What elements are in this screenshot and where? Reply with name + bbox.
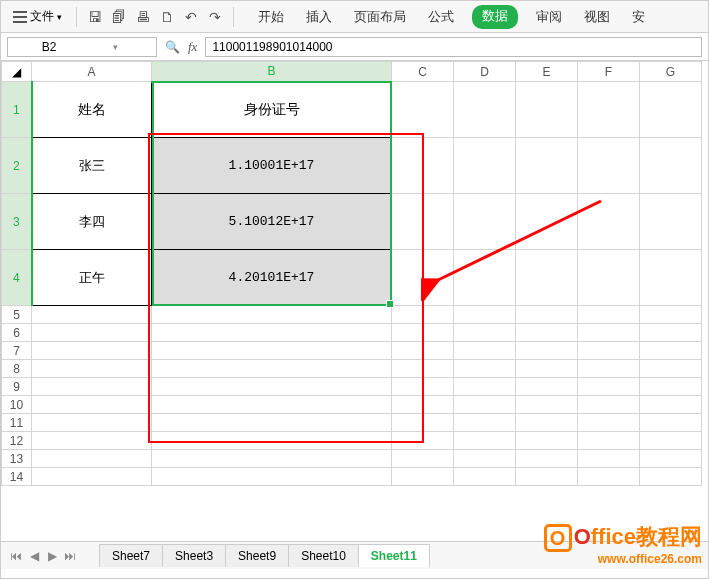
cell[interactable]: [578, 468, 640, 486]
cell[interactable]: [392, 468, 454, 486]
cell-A2[interactable]: 张三: [32, 138, 152, 194]
cell[interactable]: [392, 324, 454, 342]
cell[interactable]: [640, 378, 702, 396]
cell[interactable]: [392, 450, 454, 468]
search-icon[interactable]: 🔍: [165, 40, 180, 54]
cell[interactable]: [454, 324, 516, 342]
cell[interactable]: [640, 450, 702, 468]
cell[interactable]: [516, 414, 578, 432]
cell[interactable]: [640, 468, 702, 486]
cell[interactable]: [516, 378, 578, 396]
cell[interactable]: [392, 306, 454, 324]
tab-view[interactable]: 视图: [580, 5, 614, 29]
cell-B1[interactable]: 身份证号: [152, 82, 392, 138]
cell[interactable]: [32, 396, 152, 414]
cell[interactable]: [578, 378, 640, 396]
name-box[interactable]: B2 ▾: [7, 37, 157, 57]
cell[interactable]: [392, 414, 454, 432]
tab-data[interactable]: 数据: [472, 5, 518, 29]
preview-icon[interactable]: 🗋: [157, 7, 177, 27]
cell[interactable]: [152, 432, 392, 450]
cell[interactable]: [454, 414, 516, 432]
cell[interactable]: [392, 250, 454, 306]
cell[interactable]: [152, 342, 392, 360]
cell[interactable]: [516, 250, 578, 306]
row-header-8[interactable]: 8: [2, 360, 32, 378]
cell[interactable]: [454, 194, 516, 250]
cell[interactable]: [152, 396, 392, 414]
cell[interactable]: [152, 378, 392, 396]
cell[interactable]: [32, 450, 152, 468]
cell[interactable]: [392, 360, 454, 378]
cell[interactable]: [640, 342, 702, 360]
cell[interactable]: [640, 324, 702, 342]
sheet-nav-last[interactable]: ⏭: [61, 549, 79, 563]
cell[interactable]: [578, 342, 640, 360]
cell[interactable]: [578, 324, 640, 342]
row-header-13[interactable]: 13: [2, 450, 32, 468]
sheet-tab[interactable]: Sheet10: [288, 544, 359, 567]
cell-B3[interactable]: 5.10012E+17: [152, 194, 392, 250]
sheet-tab-active[interactable]: Sheet11: [358, 544, 430, 567]
cell[interactable]: [640, 250, 702, 306]
cell[interactable]: [578, 306, 640, 324]
row-header-14[interactable]: 14: [2, 468, 32, 486]
undo-icon[interactable]: ↶: [181, 7, 201, 27]
sheet-nav-first[interactable]: ⏮: [7, 549, 25, 563]
col-header-G[interactable]: G: [640, 62, 702, 82]
cell[interactable]: [152, 324, 392, 342]
cell[interactable]: [152, 306, 392, 324]
cell[interactable]: [640, 82, 702, 138]
fx-label[interactable]: fx: [188, 39, 197, 55]
cell[interactable]: [392, 432, 454, 450]
cell-B4[interactable]: 4.20101E+17: [152, 250, 392, 306]
cell[interactable]: [454, 450, 516, 468]
cell[interactable]: [640, 360, 702, 378]
cell[interactable]: [454, 432, 516, 450]
cell[interactable]: [578, 82, 640, 138]
tab-start[interactable]: 开始: [254, 5, 288, 29]
cell[interactable]: [454, 360, 516, 378]
cell[interactable]: [392, 194, 454, 250]
cell[interactable]: [516, 396, 578, 414]
cell[interactable]: [152, 414, 392, 432]
col-header-E[interactable]: E: [516, 62, 578, 82]
row-header-6[interactable]: 6: [2, 324, 32, 342]
cell[interactable]: [32, 360, 152, 378]
cell[interactable]: [640, 138, 702, 194]
cell[interactable]: [454, 250, 516, 306]
cell-A1[interactable]: 姓名: [32, 82, 152, 138]
cell[interactable]: [32, 306, 152, 324]
cell[interactable]: [392, 82, 454, 138]
cell[interactable]: [152, 450, 392, 468]
row-header-1[interactable]: 1: [2, 82, 32, 138]
cell[interactable]: [516, 432, 578, 450]
cell[interactable]: [516, 194, 578, 250]
cell-A3[interactable]: 李四: [32, 194, 152, 250]
cell[interactable]: [32, 342, 152, 360]
cell[interactable]: [516, 468, 578, 486]
cell[interactable]: [640, 414, 702, 432]
sheet-tab[interactable]: Sheet3: [162, 544, 226, 567]
file-menu-button[interactable]: 文件 ▾: [7, 6, 68, 27]
cell[interactable]: [516, 324, 578, 342]
cell[interactable]: [578, 194, 640, 250]
cell[interactable]: [32, 432, 152, 450]
tab-insert[interactable]: 插入: [302, 5, 336, 29]
col-header-C[interactable]: C: [392, 62, 454, 82]
tab-layout[interactable]: 页面布局: [350, 5, 410, 29]
cell[interactable]: [152, 468, 392, 486]
cell[interactable]: [454, 138, 516, 194]
row-header-11[interactable]: 11: [2, 414, 32, 432]
col-header-A[interactable]: A: [32, 62, 152, 82]
cell[interactable]: [454, 468, 516, 486]
sheet-tab[interactable]: Sheet7: [99, 544, 163, 567]
sheet-nav-prev[interactable]: ◀: [25, 549, 43, 563]
col-header-D[interactable]: D: [454, 62, 516, 82]
cell[interactable]: [32, 324, 152, 342]
save-icon[interactable]: 🖫: [85, 7, 105, 27]
spreadsheet-grid[interactable]: ◢ A B C D E F G 1 姓名 身份证号 2 张三 1.10001E+…: [1, 61, 708, 541]
sheet-nav-next[interactable]: ▶: [43, 549, 61, 563]
cell-A4[interactable]: 正午: [32, 250, 152, 306]
col-header-F[interactable]: F: [578, 62, 640, 82]
